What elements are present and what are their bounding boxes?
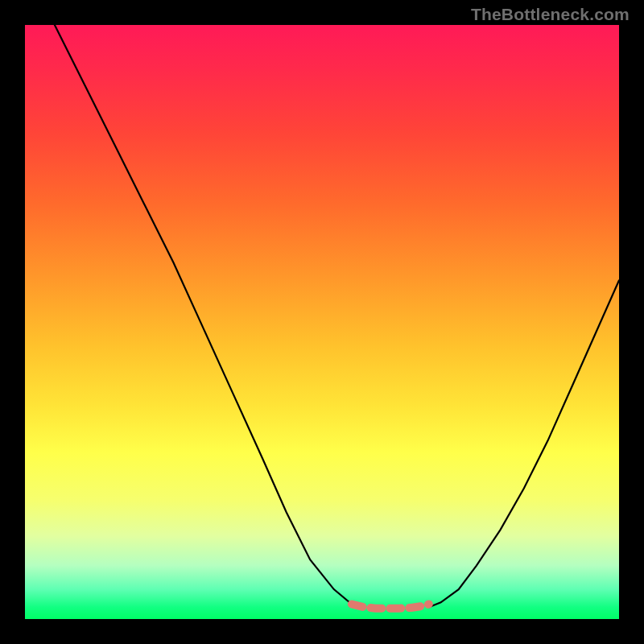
curve-layer bbox=[25, 25, 619, 619]
right-arm-path bbox=[429, 280, 619, 607]
chart-container: TheBottleneck.com bbox=[0, 0, 644, 644]
valley-band-path bbox=[352, 605, 429, 609]
left-arm-path bbox=[55, 25, 364, 607]
plot-area bbox=[25, 25, 619, 619]
watermark-text: TheBottleneck.com bbox=[471, 5, 630, 24]
